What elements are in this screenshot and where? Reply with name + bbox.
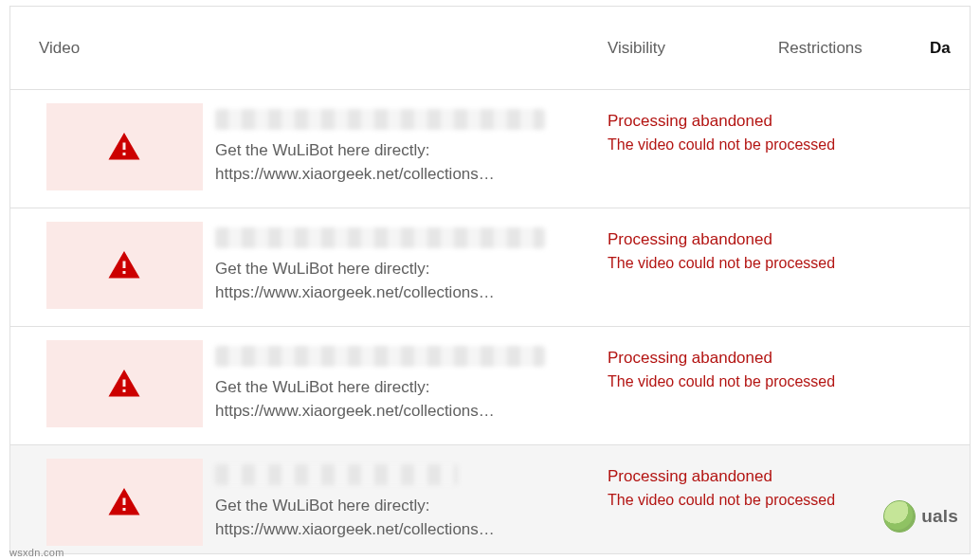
status-title: Processing abandoned bbox=[608, 346, 920, 370]
video-description-line1: Get the WuLiBot here directly: bbox=[215, 139, 562, 163]
table-header-row: Video Visibility Restrictions Da bbox=[10, 7, 970, 90]
thumbnail-cell bbox=[10, 222, 209, 309]
status-subtitle: The video could not be processed bbox=[608, 370, 920, 394]
table-body: Get the WuLiBot here directly: https://w… bbox=[10, 90, 970, 554]
video-title-redacted bbox=[215, 464, 458, 485]
thumbnail-cell bbox=[10, 459, 209, 546]
video-meta: Get the WuLiBot here directly: https://w… bbox=[209, 103, 579, 186]
warning-triangle-icon bbox=[107, 367, 141, 401]
video-title-redacted bbox=[215, 346, 545, 367]
column-header-visibility[interactable]: Visibility bbox=[579, 39, 778, 58]
video-title-redacted bbox=[215, 227, 545, 248]
video-description-line2: https://www.xiaorgeek.net/collections… bbox=[215, 518, 562, 542]
processing-status: Processing abandoned The video could not… bbox=[579, 459, 920, 513]
status-subtitle: The video could not be processed bbox=[608, 489, 920, 513]
table-row[interactable]: Get the WuLiBot here directly: https://w… bbox=[10, 445, 970, 554]
thumbnail-cell bbox=[10, 103, 209, 190]
status-title: Processing abandoned bbox=[608, 227, 920, 252]
warning-triangle-icon bbox=[107, 485, 141, 519]
status-subtitle: The video could not be processed bbox=[608, 252, 920, 276]
table-row[interactable]: Get the WuLiBot here directly: https://w… bbox=[10, 208, 970, 327]
processing-status: Processing abandoned The video could not… bbox=[579, 340, 920, 394]
column-header-restrictions[interactable]: Restrictions bbox=[778, 39, 930, 58]
error-thumbnail bbox=[46, 222, 203, 309]
video-description-line2: https://www.xiaorgeek.net/collections… bbox=[215, 163, 562, 187]
video-description-line1: Get the WuLiBot here directly: bbox=[215, 376, 562, 400]
warning-triangle-icon bbox=[107, 130, 141, 164]
table-row[interactable]: Get the WuLiBot here directly: https://w… bbox=[10, 327, 970, 445]
video-meta: Get the WuLiBot here directly: https://w… bbox=[209, 459, 579, 541]
video-table: Video Visibility Restrictions Da Get the… bbox=[9, 6, 971, 554]
error-thumbnail bbox=[46, 340, 203, 427]
error-thumbnail bbox=[46, 103, 203, 190]
column-header-date[interactable]: Da bbox=[930, 39, 970, 58]
column-header-video[interactable]: Video bbox=[10, 39, 579, 58]
status-title: Processing abandoned bbox=[608, 109, 920, 134]
processing-status: Processing abandoned The video could not… bbox=[579, 222, 920, 276]
video-meta: Get the WuLiBot here directly: https://w… bbox=[209, 340, 579, 423]
status-subtitle: The video could not be processed bbox=[608, 134, 920, 157]
source-attribution: wsxdn.com bbox=[9, 547, 64, 558]
thumbnail-cell bbox=[10, 340, 209, 427]
warning-triangle-icon bbox=[107, 248, 141, 282]
video-description-line1: Get the WuLiBot here directly: bbox=[215, 258, 562, 281]
video-description-line2: https://www.xiaorgeek.net/collections… bbox=[215, 281, 562, 305]
video-title-redacted bbox=[215, 109, 545, 130]
status-title: Processing abandoned bbox=[608, 464, 920, 489]
video-meta: Get the WuLiBot here directly: https://w… bbox=[209, 222, 579, 304]
error-thumbnail bbox=[46, 459, 203, 546]
table-row[interactable]: Get the WuLiBot here directly: https://w… bbox=[10, 90, 970, 208]
processing-status: Processing abandoned The video could not… bbox=[579, 103, 920, 157]
video-description-line1: Get the WuLiBot here directly: bbox=[215, 495, 562, 518]
video-description-line2: https://www.xiaorgeek.net/collections… bbox=[215, 400, 562, 424]
